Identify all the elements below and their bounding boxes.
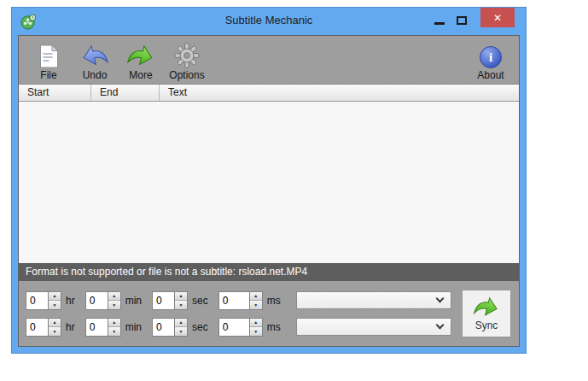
time-row-2: ▲ ▼ hr ▲ ▼ min <box>26 318 451 337</box>
undo-icon <box>81 42 108 68</box>
about-info-icon: i <box>480 42 502 68</box>
minimize-button[interactable] <box>428 8 451 33</box>
time-rows: ▲ ▼ hr ▲ ▼ min <box>26 291 451 337</box>
spin-down-icon[interactable]: ▼ <box>49 327 61 336</box>
ms-spin-buttons-row2: ▲ ▼ <box>249 318 263 337</box>
status-bar: Format is not supported or file is not a… <box>19 263 519 281</box>
hours-spinner-row2: ▲ ▼ <box>26 318 61 337</box>
hr-label: hr <box>66 295 75 307</box>
client-area: File Undo <box>18 35 520 347</box>
time-row-1: ▲ ▼ hr ▲ ▼ min <box>26 291 451 310</box>
ms-label: ms <box>267 321 281 333</box>
sync-arrow-icon <box>474 296 499 319</box>
spin-down-icon[interactable]: ▼ <box>250 327 262 336</box>
column-header-end[interactable]: End <box>91 85 160 101</box>
sec-label: sec <box>192 295 208 307</box>
maximize-button[interactable] <box>451 8 473 33</box>
about-button-label: About <box>477 69 504 81</box>
close-button[interactable]: ✕ <box>480 8 515 27</box>
spin-up-icon[interactable]: ▲ <box>250 319 262 328</box>
titlebar[interactable]: Subtitle Mechanic ✕ <box>12 8 526 35</box>
minutes-spinner-row2: ▲ ▼ <box>85 318 121 337</box>
maximize-icon <box>457 16 467 25</box>
spin-down-icon[interactable]: ▼ <box>108 327 120 336</box>
window-controls: ✕ <box>428 8 515 33</box>
undo-button[interactable]: Undo <box>72 42 118 81</box>
spin-down-icon[interactable]: ▼ <box>250 301 262 309</box>
about-button[interactable]: i About <box>468 42 514 81</box>
hours-spin-buttons-row2: ▲ ▼ <box>48 318 61 337</box>
min-label: min <box>125 321 142 333</box>
ms-label: ms <box>267 295 281 307</box>
options-gear-icon <box>174 42 200 68</box>
minutes-spin-buttons-row1: ▲ ▼ <box>108 291 121 310</box>
file-icon <box>39 42 59 68</box>
spin-down-icon[interactable]: ▼ <box>175 327 187 336</box>
seconds-input-row1[interactable] <box>152 291 174 310</box>
sec-label: sec <box>192 321 208 333</box>
chevron-down-icon <box>436 321 445 330</box>
toolbar: File Undo <box>19 36 519 85</box>
file-button-label: File <box>40 69 56 81</box>
hr-label: hr <box>66 321 75 333</box>
hours-input-row2[interactable] <box>26 318 48 337</box>
minutes-spinner-row1: ▲ ▼ <box>85 291 121 310</box>
subtitle-list[interactable] <box>19 102 519 263</box>
options-button-label: Options <box>169 69 204 81</box>
milliseconds-spinner-row1: ▲ ▼ <box>218 291 263 310</box>
more-button-label: More <box>129 69 152 81</box>
hours-spin-buttons-row1: ▲ ▼ <box>48 291 61 310</box>
milliseconds-input-row1[interactable] <box>218 291 249 310</box>
minimize-icon <box>434 22 445 25</box>
seconds-input-row2[interactable] <box>152 318 174 337</box>
hours-spinner-row1: ▲ ▼ <box>26 291 61 310</box>
app-window: Subtitle Mechanic ✕ File <box>11 7 527 354</box>
column-header-start[interactable]: Start <box>19 85 91 101</box>
spin-up-icon[interactable]: ▲ <box>49 292 61 302</box>
min-label: min <box>125 295 142 307</box>
minutes-input-row1[interactable] <box>85 291 108 310</box>
milliseconds-spinner-row2: ▲ ▼ <box>218 318 263 337</box>
spin-up-icon[interactable]: ▲ <box>108 292 120 302</box>
seconds-spin-buttons-row1: ▲ ▼ <box>174 291 188 310</box>
sync-button-label: Sync <box>475 319 498 331</box>
spin-up-icon[interactable]: ▲ <box>108 319 120 328</box>
seconds-spin-buttons-row2: ▲ ▼ <box>174 318 188 337</box>
milliseconds-input-row2[interactable] <box>218 318 249 337</box>
subtitle-table-header: Start End Text <box>19 85 519 102</box>
spin-up-icon[interactable]: ▲ <box>175 319 187 328</box>
close-icon: ✕ <box>493 12 502 24</box>
sync-panel: ▲ ▼ hr ▲ ▼ min <box>19 281 519 346</box>
seconds-spinner-row1: ▲ ▼ <box>152 291 188 310</box>
options-button[interactable]: Options <box>164 42 210 81</box>
sync-button[interactable]: Sync <box>462 290 511 337</box>
seconds-spinner-row2: ▲ ▼ <box>152 318 188 337</box>
status-message: Format is not supported or file is not a… <box>26 266 307 278</box>
hours-input-row1[interactable] <box>26 291 48 310</box>
undo-button-label: Undo <box>83 69 108 81</box>
spin-down-icon[interactable]: ▼ <box>49 301 61 309</box>
spin-up-icon[interactable]: ▲ <box>175 292 187 302</box>
subtitle-combobox-row1[interactable] <box>296 291 451 309</box>
spin-down-icon[interactable]: ▼ <box>108 301 120 309</box>
file-button[interactable]: File <box>26 42 72 81</box>
column-header-text[interactable]: Text <box>160 85 519 101</box>
spin-down-icon[interactable]: ▼ <box>175 301 187 309</box>
spin-up-icon[interactable]: ▲ <box>250 292 262 302</box>
subtitle-combobox-row2[interactable] <box>296 318 451 336</box>
chevron-down-icon <box>436 295 445 303</box>
spin-up-icon[interactable]: ▲ <box>49 319 61 328</box>
minutes-input-row2[interactable] <box>85 318 108 337</box>
more-icon <box>127 42 154 68</box>
more-button[interactable]: More <box>118 42 164 81</box>
ms-spin-buttons-row1: ▲ ▼ <box>249 291 263 310</box>
minutes-spin-buttons-row2: ▲ ▼ <box>108 318 121 337</box>
